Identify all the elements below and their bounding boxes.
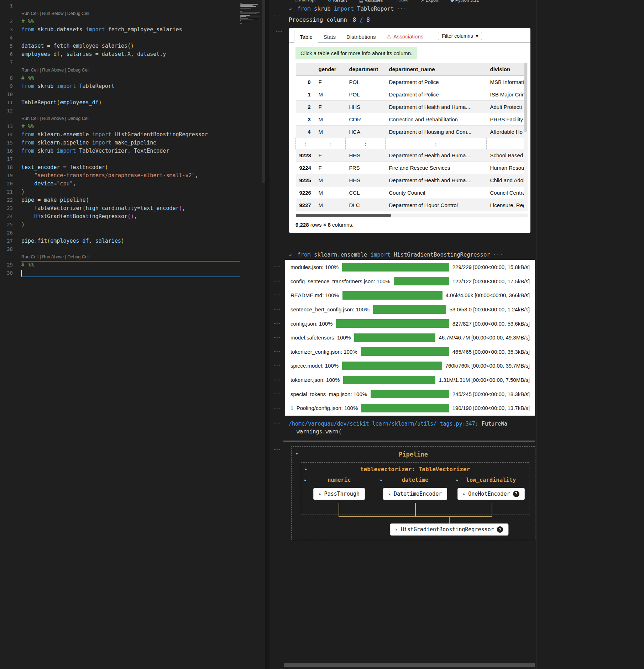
code-line[interactable]: 7 <box>0 58 240 67</box>
column-header[interactable]: division <box>487 63 524 76</box>
output-collapse-icon[interactable]: ··· <box>269 302 285 316</box>
table-cell[interactable]: Affordable Ho <box>487 126 524 138</box>
table-cell[interactable]: HHS <box>346 149 386 162</box>
row-index[interactable]: 9226 <box>296 186 315 199</box>
table-cell[interactable]: FRS <box>346 162 386 174</box>
table-cell[interactable]: Licensure, Reg <box>487 199 524 211</box>
codelens-actions[interactable]: Run Cell | Run Below | Debug Cell <box>21 10 240 17</box>
help-badge[interactable]: ? <box>497 526 503 533</box>
overflow-ellipsis-icon[interactable]: ··· <box>397 6 407 12</box>
table-cell[interactable]: POL <box>346 76 386 88</box>
toolbar-variables[interactable]: ▤ Variables <box>359 0 383 4</box>
scrollbar-thumb[interactable] <box>524 63 527 132</box>
table-cell[interactable]: Fire and Rescue Services <box>386 162 487 174</box>
code-line[interactable]: 12 <box>0 107 240 115</box>
processing-slash[interactable]: / <box>360 16 363 23</box>
table-cell[interactable]: M <box>315 199 346 211</box>
column-header[interactable]: department_name <box>386 63 487 76</box>
table-cell[interactable]: F <box>315 76 346 88</box>
expand-toggle-icon[interactable]: ▸ <box>304 478 307 483</box>
expand-toggle-icon[interactable]: ▸ <box>463 491 465 496</box>
table-cell[interactable]: Department of Police <box>386 76 487 88</box>
output-collapse-icon[interactable]: ··· <box>269 401 285 415</box>
code-line[interactable]: 6employees_df, salaries = dataset.X, dat… <box>0 50 240 58</box>
estimator-datetimeencoder[interactable]: ▸DatetimeEncoder <box>383 488 447 500</box>
table-cell[interactable]: COR <box>346 113 386 126</box>
filter-columns-select[interactable]: Filter columns ▾ <box>438 32 482 40</box>
row-index[interactable]: 2 <box>296 101 315 113</box>
pipeline-title[interactable]: Pipeline <box>399 451 428 458</box>
code-line[interactable]: 15from sklearn.pipeline import make_pipe… <box>0 139 240 147</box>
code-line[interactable]: 13# %% <box>0 122 240 131</box>
code-line[interactable]: 1 <box>0 2 240 10</box>
table-cell[interactable]: HHS <box>346 174 386 186</box>
expand-toggle-icon[interactable]: ▸ <box>296 451 298 456</box>
vectorizer-title[interactable]: tablevectorizer: TableVectorizer <box>360 466 470 473</box>
expand-toggle-icon[interactable]: ▸ <box>319 491 321 496</box>
column-header[interactable] <box>296 63 315 76</box>
table-cell[interactable]: Department of Health and Huma... <box>386 101 487 113</box>
code-line[interactable]: 14from sklearn.ensemble import HistGradi… <box>0 131 240 139</box>
output-horizontal-scrollbar[interactable] <box>283 441 535 442</box>
table-cell[interactable]: Council Centra <box>487 186 524 199</box>
toolbar-restart[interactable]: ↻ Restart <box>328 0 347 4</box>
code-line[interactable]: 27pipe.fit(employees_df, salaries) <box>0 237 240 245</box>
toolbar-export[interactable]: ↗ Export <box>421 0 439 4</box>
code-line[interactable]: 2# %% <box>0 17 240 26</box>
expand-toggle-icon[interactable]: ▸ <box>395 527 398 532</box>
table-cell[interactable]: F <box>315 162 346 174</box>
code-line[interactable]: 23 TableVectorizer(high_cardinality=text… <box>0 204 240 212</box>
table-cell[interactable]: F <box>315 101 346 113</box>
output-collapse-icon[interactable]: ··· <box>269 344 285 359</box>
column-header[interactable]: department <box>346 63 386 76</box>
table-cell[interactable]: Child and Adol <box>487 174 524 186</box>
table-cell[interactable]: ISB Major Crim <box>487 88 524 101</box>
codelens-actions[interactable]: Run Cell | Run Above | Debug Cell <box>21 253 240 261</box>
table-cell[interactable]: School Based H <box>487 149 524 162</box>
output-collapse-icon[interactable]: ··· <box>269 330 285 344</box>
row-index[interactable]: 3 <box>296 113 315 126</box>
table-cell[interactable]: MSB Informati <box>487 76 524 88</box>
editor-pane[interactable]: 1Run Cell | Run Below | Debug Cell2# %%3… <box>0 0 265 669</box>
row-index[interactable]: 9227 <box>296 199 315 211</box>
code-line[interactable]: 10 <box>0 90 240 99</box>
table-cell[interactable]: Department of Health and Huma... <box>386 149 487 162</box>
code-line[interactable]: 25) <box>0 221 240 229</box>
table-cell[interactable]: Department of Liquor Control <box>386 199 487 211</box>
code-line[interactable]: 29# %% <box>0 261 240 269</box>
table-cell[interactable]: M <box>315 174 346 186</box>
expand-toggle-icon[interactable]: ▸ <box>380 478 382 483</box>
scrollbar-thumb[interactable] <box>296 214 391 217</box>
codelens-actions[interactable]: Run Cell | Run Above | Debug Cell <box>21 115 240 122</box>
table-cell[interactable]: HCA <box>346 126 386 138</box>
code-line[interactable]: 4 <box>0 34 240 42</box>
output-collapse-icon[interactable]: ··· <box>269 359 285 373</box>
table-cell[interactable]: Department of Health and Huma... <box>386 174 487 186</box>
table-cell[interactable]: DLC <box>346 199 386 211</box>
overflow-ellipsis-icon[interactable]: ··· <box>493 252 503 258</box>
estimator-histgradientboostingregressor[interactable]: ▸ HistGradientBoostingRegressor ? <box>390 523 508 536</box>
tab-distributions[interactable]: Distributions <box>341 31 381 42</box>
table-cell[interactable]: Human Resour <box>487 162 524 174</box>
estimator-onehotencoder[interactable]: ▸OneHotEncoder? <box>457 488 525 500</box>
source-file-link[interactable]: /home/varoquau/dev/scikit-learn/sklearn/… <box>289 421 475 427</box>
output-collapse-icon[interactable]: ··· <box>269 387 285 401</box>
table-cell[interactable]: HHS <box>346 101 386 113</box>
codelens-actions[interactable]: Run Cell | Run Above | Debug Cell <box>21 67 240 74</box>
tab-associations[interactable]: ⚠Associations <box>381 31 429 42</box>
code-line[interactable]: 20 device="cpu", <box>0 180 240 188</box>
table-cell[interactable]: M <box>315 113 346 126</box>
code-line[interactable]: 22pipe = make_pipeline( <box>0 196 240 204</box>
minimap[interactable] <box>240 2 261 25</box>
table-cell[interactable]: Department of Housing and Com... <box>386 126 487 138</box>
code-line[interactable]: 24 HistGradientBoostingRegressor(), <box>0 212 240 221</box>
expand-toggle-icon[interactable]: ▸ <box>456 478 459 483</box>
code-line[interactable]: 21) <box>0 188 240 196</box>
toolbar-interrupt[interactable]: □ Interrupt <box>295 0 316 4</box>
row-index[interactable]: 9223 <box>296 149 315 162</box>
estimator-passthrough[interactable]: ▸PassThrough <box>313 488 365 500</box>
code-line[interactable]: 9from skrub import TableReport <box>0 82 240 90</box>
editor-scrollbar[interactable] <box>262 0 265 183</box>
code-line[interactable]: 18text_encoder = TextEncoder( <box>0 163 240 172</box>
code-line[interactable]: 11TableReport(employees_df) <box>0 99 240 107</box>
